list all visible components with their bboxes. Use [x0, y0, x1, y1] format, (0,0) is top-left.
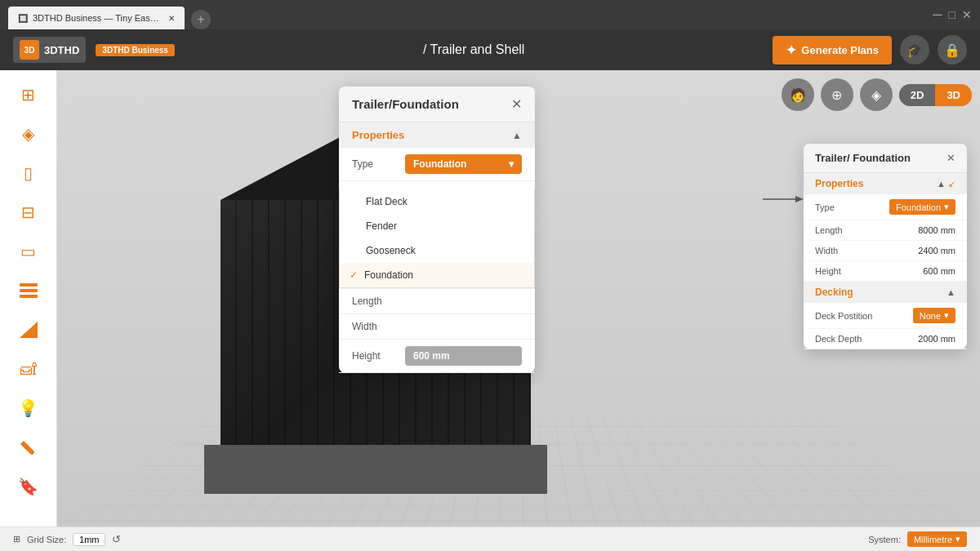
dropdown-foundation[interactable]: ✓ Foundation [340, 263, 534, 287]
svg-marker-6 [795, 196, 804, 202]
user-lock-icon: 🔒 [944, 42, 960, 58]
app-header: 3D 3DTHD 3DTHD Business / Trailer and Sh… [0, 29, 980, 70]
right-properties-section: Properties ▲ ↙ Type Foundation ▾ Length … [804, 173, 967, 282]
graduation-icon: 🎓 [906, 42, 923, 58]
status-right: System: Millimetre ▾ [868, 531, 967, 547]
svg-point-4 [30, 451, 33, 454]
browser-tab[interactable]: 🔲 3DTHD Business — Tiny Easy - T... ✕ [8, 7, 185, 29]
logo-text: 3DTHD [44, 44, 79, 56]
right-deck-depth-row: Deck Depth 2000 mm [804, 329, 967, 349]
dropdown-flat-deck[interactable]: Flat Deck [340, 189, 534, 214]
dropdown-fender[interactable]: Fender [340, 214, 534, 238]
right-properties-title: Properties [815, 178, 863, 189]
logo-icon: 3D [20, 40, 39, 60]
sidebar-icon-sofa[interactable]: 🛋 [12, 353, 45, 385]
viewport: 🧑 ⊕ ◈ 2D 3D Trailer/Foundation ✕ Propert… [57, 70, 980, 527]
svg-marker-3 [20, 322, 38, 338]
right-decking-title: Decking [815, 287, 853, 298]
sidebar-icon-slope[interactable] [12, 313, 45, 346]
trailer-foundation-panel: Trailer/Foundation ✕ Properties ▲ Type F… [339, 87, 535, 373]
sidebar-icon-bookmark[interactable]: 🔖 [12, 470, 45, 503]
view3d-button[interactable]: ◈ [860, 78, 893, 111]
type-dropdown: Flat Deck Fender Gooseneck ✓ Foundat [339, 189, 535, 288]
tab-close-icon[interactable]: ✕ [168, 14, 175, 23]
right-deck-position-value: None [920, 311, 941, 321]
svg-rect-0 [20, 283, 38, 287]
business-badge: 3DTHD Business [96, 44, 175, 56]
tutorial-button[interactable]: 🎓 [900, 35, 929, 64]
view-2d-button[interactable]: 2D [899, 84, 936, 106]
right-collapse-icon[interactable]: ▲ ↙ [937, 179, 956, 189]
status-bar: ⊞ Grid Size: ↺ System: Millimetre ▾ [0, 527, 980, 551]
sidebar-icon-window[interactable]: ⊟ [12, 196, 45, 229]
right-deck-depth-label: Deck Depth [815, 334, 911, 344]
properties-section: Properties ▲ Type Foundation ▾ [339, 122, 535, 373]
right-decking-collapse-icon[interactable]: ▲ [947, 287, 956, 297]
width-row: Width [339, 314, 535, 340]
right-panel-title: Trailer/ Foundation [815, 152, 911, 164]
new-tab-button[interactable]: + [191, 10, 211, 29]
right-panel-close-button[interactable]: ✕ [947, 152, 956, 164]
right-type-select[interactable]: Foundation ▾ [889, 199, 956, 215]
reset-grid-icon[interactable]: ↺ [112, 533, 121, 545]
maximize-icon[interactable]: □ [949, 8, 956, 21]
panel-close-button[interactable]: ✕ [511, 96, 522, 112]
status-left: ⊞ Grid Size: ↺ [13, 533, 121, 546]
right-length-row: Length 8000 mm [804, 220, 967, 241]
right-panel-header: Trailer/ Foundation ✕ [804, 144, 967, 173]
height-select[interactable]: 600 mm [405, 346, 522, 366]
sidebar-icon-cube[interactable]: ◈ [12, 118, 45, 150]
system-value: Millimetre [914, 535, 952, 544]
minimize-icon[interactable]: ─ [933, 7, 942, 22]
right-height-label: Height [815, 266, 916, 276]
right-deck-depth-value: 2000 mm [918, 334, 956, 344]
height-row: Height 600 mm [339, 340, 535, 373]
right-width-value: 2400 mm [918, 246, 956, 256]
generate-plans-button[interactable]: ✦ Generate Plans [773, 36, 892, 64]
right-panel: Trailer/ Foundation ✕ Properties ▲ ↙ Typ… [804, 144, 967, 349]
person-icon: 🧑 [790, 87, 806, 103]
view-mode-toggle: 2D 3D [899, 84, 972, 106]
right-type-arrow: ▾ [944, 202, 949, 212]
right-decking-header: Decking ▲ [804, 282, 967, 303]
right-width-label: Width [815, 246, 911, 256]
height-select-value: 600 mm [413, 350, 450, 362]
compass-button[interactable]: ⊕ [821, 78, 853, 111]
sidebar-icon-door[interactable]: ▯ [12, 157, 45, 189]
system-arrow: ▾ [956, 534, 960, 544]
grid-icon: ⊞ [13, 534, 20, 544]
sparkle-icon: ✦ [786, 42, 796, 58]
sidebar-icon-light[interactable]: 💡 [12, 392, 45, 424]
type-label: Type [352, 158, 397, 170]
type-row: Type Foundation ▾ Flat Deck [339, 148, 535, 289]
view-3d-button[interactable]: 3D [935, 84, 972, 106]
properties-title: Properties [352, 129, 404, 141]
logo-area: 3D 3DTHD 3DTHD Business [13, 37, 175, 63]
sidebar-icon-paint[interactable] [12, 431, 45, 464]
system-label: System: [868, 535, 901, 544]
rotate-view-button[interactable]: 🧑 [782, 78, 814, 111]
browser-tabs: 🔲 3DTHD Business — Tiny Easy - T... ✕ + [8, 0, 211, 29]
sidebar-icon-layers[interactable]: ⊞ [12, 78, 45, 111]
right-width-row: Width 2400 mm [804, 241, 967, 261]
logo-box: 3D 3DTHD [13, 37, 86, 63]
right-deck-position-select[interactable]: None ▾ [913, 308, 956, 323]
collapse-icon[interactable]: ▲ [512, 130, 522, 141]
close-window-icon[interactable]: ✕ [962, 8, 972, 21]
browser-chrome: 🔲 3DTHD Business — Tiny Easy - T... ✕ + … [0, 0, 980, 29]
system-select[interactable]: Millimetre ▾ [907, 531, 967, 547]
left-sidebar: ⊞ ◈ ▯ ⊟ ▭ 🛋 💡 🔖 [0, 70, 57, 527]
dropdown-gooseneck[interactable]: Gooseneck [340, 238, 534, 263]
right-deck-position-label: Deck Postition [815, 311, 906, 321]
account-button[interactable]: 🔒 [938, 35, 967, 64]
type-select[interactable]: Foundation ▾ [405, 154, 522, 174]
right-type-label: Type [815, 202, 883, 212]
arrow-connector [763, 191, 804, 211]
grid-size-input[interactable] [73, 533, 105, 546]
right-height-value: 600 mm [923, 266, 956, 276]
right-decking-section: Decking ▲ Deck Postition None ▾ Deck Dep… [804, 282, 967, 349]
sidebar-icon-panel[interactable]: ▭ [12, 235, 45, 268]
height-label: Height [352, 350, 397, 362]
sidebar-icon-stack[interactable] [12, 274, 45, 307]
right-length-value: 8000 mm [918, 225, 956, 235]
